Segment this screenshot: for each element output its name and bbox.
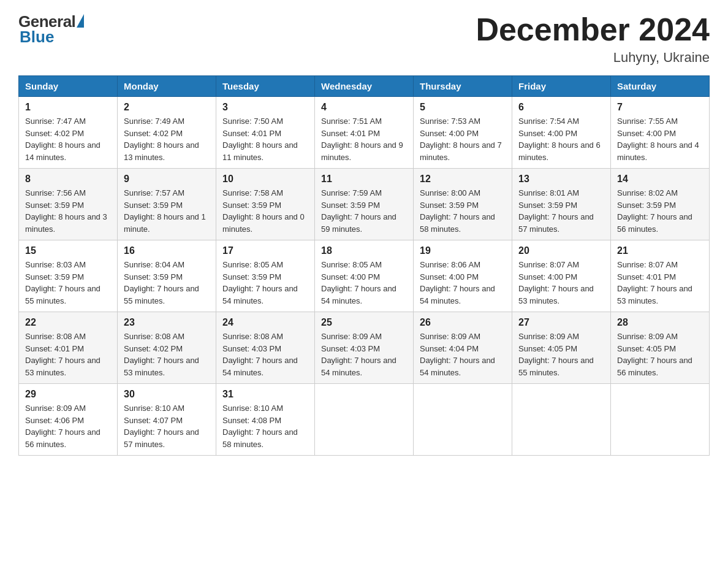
day-number: 19 (420, 245, 506, 256)
header-friday: Friday (512, 76, 611, 97)
day-info: Sunrise: 7:47 AMSunset: 4:02 PMDaylight:… (25, 115, 111, 163)
day-cell: 4Sunrise: 7:51 AMSunset: 4:01 PMDaylight… (315, 97, 414, 169)
day-cell: 18Sunrise: 8:05 AMSunset: 4:00 PMDayligh… (315, 240, 414, 312)
day-number: 4 (321, 102, 407, 113)
day-info: Sunrise: 8:07 AMSunset: 4:00 PMDaylight:… (518, 259, 604, 307)
week-row-3: 15Sunrise: 8:03 AMSunset: 3:59 PMDayligh… (19, 240, 710, 312)
day-cell: 21Sunrise: 8:07 AMSunset: 4:01 PMDayligh… (611, 240, 710, 312)
day-cell: 28Sunrise: 8:09 AMSunset: 4:05 PMDayligh… (611, 312, 710, 384)
day-cell: 26Sunrise: 8:09 AMSunset: 4:04 PMDayligh… (414, 312, 512, 384)
day-info: Sunrise: 8:01 AMSunset: 3:59 PMDaylight:… (518, 187, 604, 235)
day-number: 22 (25, 317, 111, 328)
day-number: 15 (25, 245, 111, 256)
day-number: 24 (222, 317, 308, 328)
day-cell: 15Sunrise: 8:03 AMSunset: 3:59 PMDayligh… (19, 240, 118, 312)
day-number: 5 (420, 102, 506, 113)
day-info: Sunrise: 8:08 AMSunset: 4:02 PMDaylight:… (124, 331, 210, 378)
day-info: Sunrise: 7:55 AMSunset: 4:00 PMDaylight:… (617, 115, 703, 163)
header-tuesday: Tuesday (216, 76, 315, 97)
day-number: 8 (25, 174, 111, 185)
header-wednesday: Wednesday (315, 76, 414, 97)
day-info: Sunrise: 8:05 AMSunset: 4:00 PMDaylight:… (321, 259, 407, 307)
day-info: Sunrise: 8:10 AMSunset: 4:08 PMDaylight:… (222, 402, 308, 450)
week-row-1: 1Sunrise: 7:47 AMSunset: 4:02 PMDaylight… (19, 97, 710, 169)
location-subtitle: Luhyny, Ukraine (476, 50, 710, 66)
day-info: Sunrise: 8:04 AMSunset: 3:59 PMDaylight:… (124, 259, 210, 307)
day-number: 21 (617, 245, 703, 256)
day-cell (315, 384, 414, 456)
logo-blue-text: Blue (20, 28, 54, 47)
day-number: 28 (617, 317, 703, 328)
day-cell: 7Sunrise: 7:55 AMSunset: 4:00 PMDaylight… (611, 97, 710, 169)
logo-triangle-icon (77, 14, 84, 28)
day-number: 12 (420, 174, 506, 185)
day-cell: 17Sunrise: 8:05 AMSunset: 3:59 PMDayligh… (216, 240, 315, 312)
day-info: Sunrise: 8:09 AMSunset: 4:06 PMDaylight:… (25, 402, 111, 450)
day-cell: 27Sunrise: 8:09 AMSunset: 4:05 PMDayligh… (512, 312, 611, 384)
logo: General Blue (18, 12, 84, 47)
day-info: Sunrise: 8:06 AMSunset: 4:00 PMDaylight:… (420, 259, 506, 307)
day-info: Sunrise: 8:08 AMSunset: 4:03 PMDaylight:… (222, 331, 308, 378)
header-saturday: Saturday (611, 76, 710, 97)
day-cell: 12Sunrise: 8:00 AMSunset: 3:59 PMDayligh… (414, 169, 512, 240)
day-info: Sunrise: 8:03 AMSunset: 3:59 PMDaylight:… (25, 259, 111, 307)
day-number: 26 (420, 317, 506, 328)
day-number: 6 (518, 102, 604, 113)
day-info: Sunrise: 8:07 AMSunset: 4:01 PMDaylight:… (617, 259, 703, 307)
day-cell: 13Sunrise: 8:01 AMSunset: 3:59 PMDayligh… (512, 169, 611, 240)
day-info: Sunrise: 8:09 AMSunset: 4:04 PMDaylight:… (420, 331, 506, 378)
day-cell: 10Sunrise: 7:58 AMSunset: 3:59 PMDayligh… (216, 169, 315, 240)
day-cell: 29Sunrise: 8:09 AMSunset: 4:06 PMDayligh… (19, 384, 118, 456)
day-info: Sunrise: 8:00 AMSunset: 3:59 PMDaylight:… (420, 187, 506, 235)
week-row-2: 8Sunrise: 7:56 AMSunset: 3:59 PMDaylight… (19, 169, 710, 240)
day-cell (512, 384, 611, 456)
day-cell: 1Sunrise: 7:47 AMSunset: 4:02 PMDaylight… (19, 97, 118, 169)
day-cell: 24Sunrise: 8:08 AMSunset: 4:03 PMDayligh… (216, 312, 315, 384)
day-number: 18 (321, 245, 407, 256)
day-cell: 5Sunrise: 7:53 AMSunset: 4:00 PMDaylight… (414, 97, 512, 169)
header-thursday: Thursday (414, 76, 512, 97)
day-cell: 8Sunrise: 7:56 AMSunset: 3:59 PMDaylight… (19, 169, 118, 240)
day-number: 25 (321, 317, 407, 328)
day-number: 29 (25, 389, 111, 400)
day-info: Sunrise: 8:02 AMSunset: 3:59 PMDaylight:… (617, 187, 703, 235)
page-header: General Blue December 2024 Luhyny, Ukrai… (18, 12, 710, 66)
title-block: December 2024 Luhyny, Ukraine (476, 12, 710, 66)
day-info: Sunrise: 7:57 AMSunset: 3:59 PMDaylight:… (124, 187, 210, 235)
day-info: Sunrise: 7:56 AMSunset: 3:59 PMDaylight:… (25, 187, 111, 235)
day-cell: 31Sunrise: 8:10 AMSunset: 4:08 PMDayligh… (216, 384, 315, 456)
day-number: 17 (222, 245, 308, 256)
day-cell (611, 384, 710, 456)
day-cell: 22Sunrise: 8:08 AMSunset: 4:01 PMDayligh… (19, 312, 118, 384)
day-number: 13 (518, 174, 604, 185)
day-number: 10 (222, 174, 308, 185)
header-sunday: Sunday (19, 76, 118, 97)
day-number: 23 (124, 317, 210, 328)
day-number: 1 (25, 102, 111, 113)
day-number: 14 (617, 174, 703, 185)
day-cell: 30Sunrise: 8:10 AMSunset: 4:07 PMDayligh… (118, 384, 216, 456)
day-cell: 6Sunrise: 7:54 AMSunset: 4:00 PMDaylight… (512, 97, 611, 169)
day-number: 31 (222, 389, 308, 400)
day-info: Sunrise: 7:54 AMSunset: 4:00 PMDaylight:… (518, 115, 604, 163)
calendar-table: SundayMondayTuesdayWednesdayThursdayFrid… (18, 75, 710, 456)
day-number: 27 (518, 317, 604, 328)
day-number: 9 (124, 174, 210, 185)
day-info: Sunrise: 7:53 AMSunset: 4:00 PMDaylight:… (420, 115, 506, 163)
day-info: Sunrise: 7:58 AMSunset: 3:59 PMDaylight:… (222, 187, 308, 235)
day-cell: 19Sunrise: 8:06 AMSunset: 4:00 PMDayligh… (414, 240, 512, 312)
day-number: 7 (617, 102, 703, 113)
week-row-4: 22Sunrise: 8:08 AMSunset: 4:01 PMDayligh… (19, 312, 710, 384)
header-row: SundayMondayTuesdayWednesdayThursdayFrid… (19, 76, 710, 97)
day-number: 2 (124, 102, 210, 113)
day-cell (414, 384, 512, 456)
day-info: Sunrise: 7:51 AMSunset: 4:01 PMDaylight:… (321, 115, 407, 163)
day-cell: 9Sunrise: 7:57 AMSunset: 3:59 PMDaylight… (118, 169, 216, 240)
day-cell: 20Sunrise: 8:07 AMSunset: 4:00 PMDayligh… (512, 240, 611, 312)
month-title: December 2024 (476, 12, 710, 47)
day-info: Sunrise: 8:09 AMSunset: 4:05 PMDaylight:… (518, 331, 604, 378)
day-info: Sunrise: 7:50 AMSunset: 4:01 PMDaylight:… (222, 115, 308, 163)
day-cell: 23Sunrise: 8:08 AMSunset: 4:02 PMDayligh… (118, 312, 216, 384)
day-number: 20 (518, 245, 604, 256)
week-row-5: 29Sunrise: 8:09 AMSunset: 4:06 PMDayligh… (19, 384, 710, 456)
